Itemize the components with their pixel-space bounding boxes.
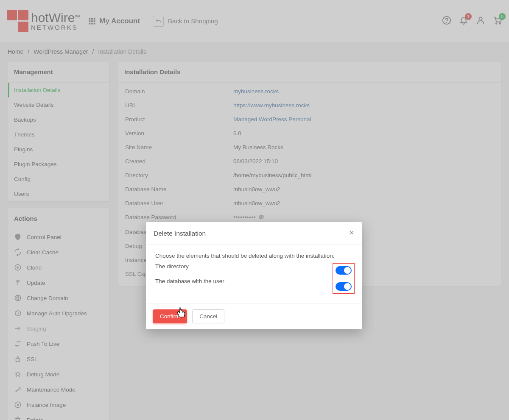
modal-opt-database: The database with the user — [155, 278, 333, 284]
modal-title: Delete Installation — [154, 230, 206, 237]
toggle-directory[interactable] — [336, 266, 352, 275]
close-icon — [349, 230, 355, 236]
modal-overlay[interactable] — [0, 0, 509, 420]
toggle-database[interactable] — [336, 282, 352, 291]
modal-message: Choose the elements that should be delet… — [155, 253, 355, 259]
modal-opt-directory: The directory — [155, 263, 333, 270]
cursor-pointer-icon — [176, 307, 187, 321]
toggle-highlight-box — [333, 263, 355, 294]
modal-close-button[interactable] — [349, 229, 355, 238]
cancel-button[interactable]: Cancel — [192, 309, 224, 323]
